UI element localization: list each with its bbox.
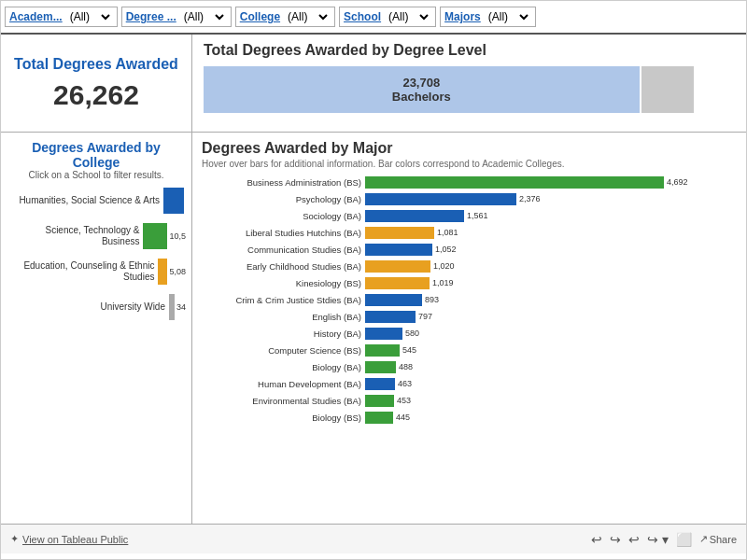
footer: ✦ View on Tableau Public ↩ ↪ ↩ ↪ ▾ ⬜ ↗ S… — [1, 524, 746, 553]
major-panel-subtitle: Hover over bars for additional informati… — [202, 159, 737, 169]
major-bar-container: 1,081 — [365, 227, 737, 239]
major-label: Early Childhood Studies (BA) — [202, 261, 365, 272]
major-bar-container: 2,376 — [365, 193, 737, 205]
undo-icon[interactable]: ↩ — [591, 532, 602, 547]
filter-academic[interactable]: Academ...(All) — [5, 7, 118, 27]
filter-label-degree: Degree ... — [126, 10, 176, 23]
major-chart: Business Administration (BS)4,692Psychol… — [202, 175, 737, 425]
filter-college[interactable]: College(All) — [235, 7, 335, 27]
major-row: English (BA)797 — [202, 309, 737, 324]
filter-label-majors: Majors — [444, 10, 481, 23]
major-bar[interactable] — [365, 395, 394, 407]
major-bar-value: 893 — [425, 295, 439, 304]
college-item-label: Education, Counseling & Ethnic Studies — [7, 260, 158, 283]
filter-select-degree[interactable]: (All) — [180, 9, 227, 24]
redo-icon[interactable]: ↪ — [610, 532, 621, 547]
major-row: Environmental Studies (BA)453 — [202, 393, 737, 408]
major-bar-container: 445 — [365, 412, 737, 424]
major-bar-value: 580 — [405, 329, 419, 338]
major-bar-container: 1,019 — [365, 277, 737, 289]
top-row: Total Degrees Awarded 26,262 Total Degre… — [1, 35, 746, 133]
major-row: Liberal Studies Hutchins (BA)1,081 — [202, 225, 737, 240]
major-bar-container: 463 — [365, 378, 737, 390]
major-bar[interactable] — [365, 210, 464, 222]
filter-select-school[interactable]: (All) — [385, 9, 431, 24]
college-bar-value: 10,5 — [169, 231, 186, 241]
college-item[interactable]: University Wide34 — [7, 294, 186, 320]
major-bar[interactable] — [365, 378, 395, 390]
major-bar[interactable] — [365, 260, 430, 273]
tableau-label[interactable]: View on Tableau Public — [22, 534, 128, 545]
major-bar-value: 453 — [397, 396, 411, 405]
major-bar[interactable] — [365, 176, 664, 189]
major-label: Computer Science (BS) — [202, 345, 365, 356]
major-bar-container: 4,692 — [365, 176, 737, 189]
major-bar-value: 545 — [402, 345, 416, 355]
major-bar[interactable] — [365, 412, 393, 424]
filter-bar: Academ...(All)Degree ...(All)College(All… — [1, 1, 746, 35]
bottom-row: Degrees Awarded by College Click on a Sc… — [1, 133, 746, 524]
filter-select-college[interactable]: (All) — [284, 9, 331, 24]
major-row: Biology (BS)445 — [202, 410, 737, 425]
major-bar[interactable] — [365, 344, 400, 357]
filter-select-majors[interactable]: (All) — [485, 9, 531, 24]
major-label: Psychology (BA) — [202, 194, 365, 204]
degree-level-chart: 23,708 Bachelors — [204, 66, 735, 113]
degree-level-remainder — [641, 66, 695, 113]
college-bar-wrap: 34 — [169, 294, 186, 320]
major-row: Computer Science (BS)545 — [202, 343, 737, 357]
major-bar-value: 1,020 — [433, 261, 455, 271]
filter-degree[interactable]: Degree ...(All) — [121, 7, 232, 27]
major-bar-container: 797 — [365, 311, 737, 323]
major-bar[interactable] — [365, 227, 434, 239]
college-item[interactable]: Education, Counseling & Ethnic Studies5,… — [7, 259, 186, 285]
major-bar[interactable] — [365, 193, 516, 205]
major-row: Biology (BA)488 — [202, 359, 737, 374]
college-item-label: Science, Technology & Business — [7, 225, 143, 247]
share-button[interactable]: ↗ Share — [699, 533, 737, 545]
share-label: Share — [710, 534, 737, 545]
major-row: Kinesiology (BS)1,019 — [202, 275, 737, 290]
total-degrees-panel: Total Degrees Awarded 26,262 — [1, 35, 192, 132]
major-label: Communication Studies (BA) — [202, 245, 365, 255]
degree-level-bar-sublabel: Bachelors — [392, 90, 451, 104]
college-item-label: University Wide — [7, 301, 169, 313]
filter-school[interactable]: School(All) — [339, 7, 436, 27]
degree-level-title: Total Degrees Awarded by Degree Level — [204, 42, 735, 59]
redo2-icon[interactable]: ↪ ▾ — [647, 532, 669, 547]
major-row: Business Administration (BS)4,692 — [202, 175, 737, 189]
college-bar-wrap — [163, 188, 186, 214]
major-label: Kinesiology (BS) — [202, 278, 365, 288]
undo2-icon[interactable]: ↩ — [628, 532, 640, 547]
major-bar-value: 445 — [396, 413, 410, 422]
major-bar-container: 1,020 — [365, 260, 737, 273]
major-bar[interactable] — [365, 361, 396, 373]
total-degrees-title: Total Degrees Awarded — [14, 55, 178, 73]
degree-level-panel: Total Degrees Awarded by Degree Level 23… — [192, 35, 746, 132]
major-bar-value: 1,081 — [437, 228, 458, 237]
college-items-container: Humanities, Social Science & ArtsScience… — [7, 188, 186, 320]
major-bar-value: 488 — [399, 362, 413, 371]
major-row: Early Childhood Studies (BA)1,020 — [202, 259, 737, 273]
college-bar — [158, 259, 167, 285]
major-bar-container: 893 — [365, 294, 737, 306]
major-bar[interactable] — [365, 244, 432, 256]
major-bar[interactable] — [365, 311, 416, 323]
major-bar-container: 1,561 — [365, 210, 737, 222]
export-icon[interactable]: ⬜ — [676, 532, 692, 547]
college-bar-value: 5,08 — [169, 267, 186, 276]
major-bar[interactable] — [365, 328, 402, 340]
major-bar-container: 580 — [365, 328, 737, 340]
major-bar[interactable] — [365, 277, 430, 289]
filter-select-academic[interactable]: (All) — [66, 9, 113, 24]
college-item[interactable]: Science, Technology & Business10,5 — [7, 223, 186, 249]
filter-majors[interactable]: Majors(All) — [440, 7, 536, 27]
footer-right: ↩ ↪ ↩ ↪ ▾ ⬜ ↗ Share — [591, 532, 737, 547]
filter-label-college: College — [240, 10, 280, 23]
major-bar-value: 1,019 — [432, 278, 454, 287]
college-item[interactable]: Humanities, Social Science & Arts — [7, 188, 186, 214]
major-row: Psychology (BA)2,376 — [202, 191, 737, 206]
major-bar[interactable] — [365, 294, 422, 306]
major-row: History (BA)580 — [202, 326, 737, 341]
college-bar-wrap: 5,08 — [158, 259, 186, 285]
